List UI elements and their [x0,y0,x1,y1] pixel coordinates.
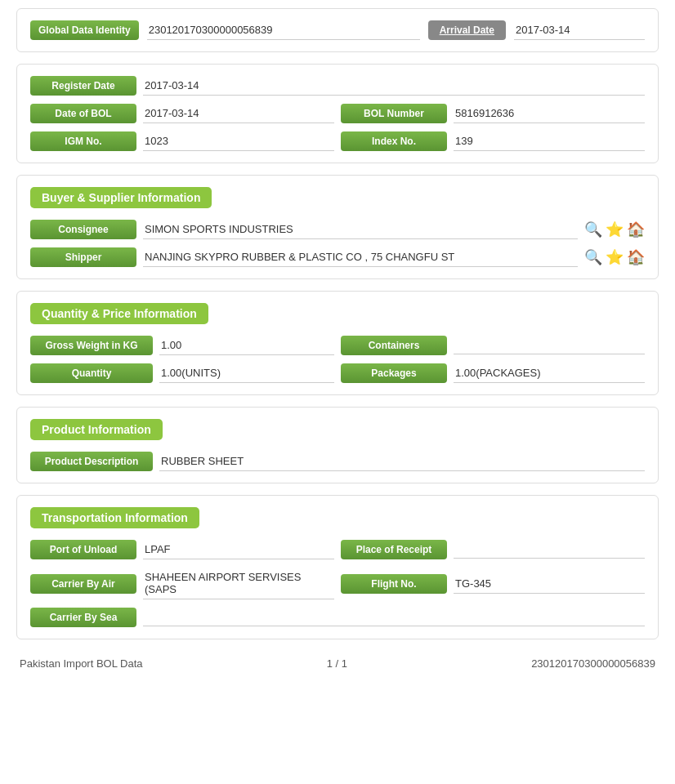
footer-center: 1 / 1 [327,657,347,670]
date-bol-value: 2017-03-14 [143,104,334,123]
containers-value [454,336,645,354]
carrier-air-label: Carrier By Air [30,574,136,594]
index-value: 139 [454,131,645,151]
quantity-label: Quantity [30,363,153,383]
footer-right: 230120170300000056839 [531,657,655,670]
arrival-date-button[interactable]: Arrival Date [428,20,506,40]
shipper-row: Shipper NANJING SKYPRO RUBBER & PLASTIC … [30,247,645,267]
quantity-pair: Quantity 1.00(UNITS) [30,363,334,383]
global-data-identity-label: Global Data Identity [30,20,139,40]
index-pair: Index No. 139 [341,131,645,151]
shipper-label: Shipper [30,247,136,267]
shipper-value: NANJING SKYPRO RUBBER & PLASTIC CO , 75 … [143,247,578,267]
bol-row: Date of BOL 2017-03-14 BOL Number 581691… [30,104,645,123]
consignee-icons: 🔍 ⭐ 🏠 [584,222,645,237]
product-description-value: RUBBER SHEET [159,452,645,471]
consignee-star-icon[interactable]: ⭐ [606,222,624,237]
transportation-header: Transportation Information [30,507,199,528]
product-description-label: Product Description [30,452,153,471]
packages-label: Packages [341,363,447,383]
quantity-value: 1.00(UNITS) [159,363,334,383]
register-date-row: Register Date 2017-03-14 [30,76,645,96]
carrier-sea-row: Carrier By Sea [30,608,645,627]
containers-pair: Containers [341,336,645,355]
igm-pair: IGM No. 1023 [30,131,334,151]
bol-number-pair: BOL Number 5816912636 [341,104,645,123]
gross-weight-label: Gross Weight in KG [30,336,153,355]
carrier-air-pair: Carrier By Air SHAHEEN AIRPORT SERVISES … [30,568,334,599]
buyer-supplier-card: Buyer & Supplier Information Consignee S… [16,175,659,279]
register-date-value: 2017-03-14 [143,76,645,96]
index-label: Index No. [341,131,447,151]
carrier-sea-value [143,608,645,626]
place-receipt-pair: Place of Receipt [341,540,645,559]
product-header: Product Information [30,419,163,440]
port-unload-value: LPAF [143,540,334,559]
shipper-icons: 🔍 ⭐ 🏠 [584,250,645,265]
product-description-row: Product Description RUBBER SHEET [30,452,645,471]
footer-left: Pakistan Import BOL Data [20,657,143,670]
igm-label: IGM No. [30,131,136,151]
consignee-search-icon[interactable]: 🔍 [584,222,602,237]
quantity-price-card: Quantity & Price Information Gross Weigh… [16,291,659,395]
packages-value: 1.00(PACKAGES) [454,363,645,383]
quantity-price-header: Quantity & Price Information [30,303,208,324]
igm-value: 1023 [143,131,334,151]
place-receipt-value [454,541,645,559]
gross-weight-pair: Gross Weight in KG 1.00 [30,336,334,355]
arrival-date-value: 2017-03-14 [514,20,645,40]
flight-pair: Flight No. TG-345 [341,574,645,594]
identity-card: Global Data Identity 2301201703000000568… [16,8,659,52]
bol-number-label: BOL Number [341,104,447,123]
flight-label: Flight No. [341,574,447,594]
carrier-air-row: Carrier By Air SHAHEEN AIRPORT SERVISES … [30,568,645,599]
carrier-sea-label: Carrier By Sea [30,608,136,627]
product-card: Product Information Product Description … [16,407,659,483]
flight-value: TG-345 [454,574,645,594]
date-bol-label: Date of BOL [30,104,136,123]
register-date-label: Register Date [30,76,136,96]
shipper-star-icon[interactable]: ⭐ [606,250,624,265]
shipper-search-icon[interactable]: 🔍 [584,250,602,265]
igm-row: IGM No. 1023 Index No. 139 [30,131,645,151]
gross-weight-row: Gross Weight in KG 1.00 Containers [30,336,645,355]
consignee-row: Consignee SIMON SPORTS INDUSTRIES 🔍 ⭐ 🏠 [30,220,645,239]
consignee-label: Consignee [30,220,136,239]
packages-pair: Packages 1.00(PACKAGES) [341,363,645,383]
bol-number-value: 5816912636 [454,104,645,123]
place-receipt-label: Place of Receipt [341,540,447,559]
identity-row: Global Data Identity 2301201703000000568… [30,20,645,40]
global-data-identity-value: 230120170300000056839 [147,20,420,40]
port-unload-pair: Port of Unload LPAF [30,540,334,559]
port-unload-row: Port of Unload LPAF Place of Receipt [30,540,645,559]
gross-weight-value: 1.00 [159,336,334,355]
containers-label: Containers [341,336,447,355]
port-unload-label: Port of Unload [30,540,136,559]
footer: Pakistan Import BOL Data 1 / 1 230120170… [16,651,659,673]
basic-info-card: Register Date 2017-03-14 Date of BOL 201… [16,64,659,163]
transportation-card: Transportation Information Port of Unloa… [16,495,659,639]
carrier-air-value: SHAHEEN AIRPORT SERVISES (SAPS [143,568,334,599]
consignee-value: SIMON SPORTS INDUSTRIES [143,220,578,239]
shipper-home-icon[interactable]: 🏠 [627,250,645,265]
quantity-row: Quantity 1.00(UNITS) Packages 1.00(PACKA… [30,363,645,383]
buyer-supplier-header: Buyer & Supplier Information [30,187,212,208]
date-bol-pair: Date of BOL 2017-03-14 [30,104,334,123]
consignee-home-icon[interactable]: 🏠 [627,222,645,237]
